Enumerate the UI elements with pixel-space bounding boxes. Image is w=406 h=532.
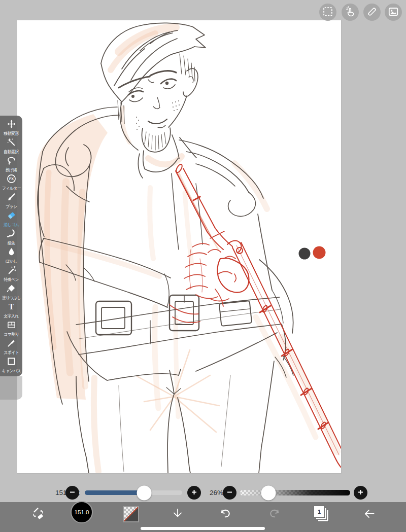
hand-tool[interactable] xyxy=(342,4,359,21)
tool-item-canvas[interactable]: キャンバス xyxy=(0,357,22,373)
home-indicator[interactable] xyxy=(141,527,265,530)
plus-icon xyxy=(357,489,364,497)
hand-tool-icon xyxy=(345,6,356,19)
tool-item-panel-divide[interactable]: コマ割り xyxy=(0,320,22,337)
select-rectangle-tool[interactable] xyxy=(319,4,336,21)
artwork-sketch xyxy=(17,20,341,473)
layer-count: 1 xyxy=(314,506,325,518)
tool-label: 文字入れ xyxy=(4,314,19,318)
eyedropper-icon xyxy=(7,338,16,350)
tool-label: フィルター xyxy=(2,186,21,191)
color-swatch[interactable] xyxy=(123,506,139,522)
pen-eraser-swap-icon xyxy=(31,507,45,522)
redo-icon xyxy=(267,507,281,522)
brush-size-slider-fill xyxy=(85,490,144,495)
brush-size-preview[interactable]: 151.0 xyxy=(71,501,93,523)
minus-icon xyxy=(69,489,76,497)
drawing-canvas[interactable] xyxy=(17,20,341,473)
sparkle-pen-icon xyxy=(7,265,16,277)
ruler-icon xyxy=(366,6,378,19)
svg-text:FX: FX xyxy=(9,177,13,181)
tool-label: 自動選択 xyxy=(4,150,18,154)
tool-label: 塗りつぶし xyxy=(2,296,21,300)
tool-label: 特殊ペン xyxy=(4,277,19,282)
tool-label: 消しゴム xyxy=(4,223,19,227)
canvas-icon xyxy=(7,357,16,368)
tool-item-move-transform[interactable]: 移動変形 xyxy=(0,119,22,136)
tool-item-brush[interactable]: ブラシ xyxy=(0,192,22,209)
tool-label: コマ割り xyxy=(4,332,19,337)
tool-palette: 移動変形 自動選択 投げ縄 FX フィルター ブラシ 消しゴム 指 xyxy=(0,116,22,376)
tool-label: ブラシ xyxy=(6,204,17,209)
back-icon xyxy=(363,507,376,522)
finger-icon xyxy=(7,229,16,240)
lasso-icon xyxy=(7,156,16,167)
fullscreen-button[interactable] xyxy=(171,508,185,521)
ruler-tool[interactable] xyxy=(363,4,381,21)
tool-item-special-pen[interactable]: 特殊ペン xyxy=(0,265,22,282)
brush-size-slider[interactable] xyxy=(85,490,182,495)
opacity-decrease-button[interactable] xyxy=(223,486,236,500)
brush-size-decrease-button[interactable] xyxy=(65,486,79,500)
opacity-slider-thumb[interactable] xyxy=(261,485,276,500)
tool-item-fill[interactable]: 塗りつぶし xyxy=(0,283,22,300)
paint-bucket-icon xyxy=(7,283,16,295)
tool-label: 投げ縄 xyxy=(6,168,17,172)
comic-panel-icon xyxy=(7,320,16,332)
move-arrows-icon xyxy=(7,119,16,131)
color-dot xyxy=(299,248,311,260)
fullscreen-down-icon xyxy=(171,507,184,522)
magic-wand-icon xyxy=(7,137,16,149)
tool-item-blur[interactable]: ぼかし xyxy=(0,247,22,264)
tool-label: スポイト xyxy=(4,350,19,355)
peach-sketch-lines xyxy=(47,27,337,472)
tool-item-eyedropper[interactable]: スポイト xyxy=(0,338,22,355)
plus-icon xyxy=(191,489,197,497)
eraser-icon xyxy=(7,210,16,222)
back-button[interactable] xyxy=(362,508,377,521)
brush-size-badge: 151.0 xyxy=(75,509,89,515)
tool-item-lasso[interactable]: 投げ縄 xyxy=(0,156,22,172)
pen-eraser-swap-button[interactable] xyxy=(30,507,46,522)
undo-icon xyxy=(219,507,233,522)
tool-item-filter[interactable]: FX フィルター xyxy=(0,174,22,191)
color-dot xyxy=(313,246,326,259)
fx-icon: FX xyxy=(7,174,16,186)
tool-label: 移動変形 xyxy=(4,131,18,136)
tool-label: ぼかし xyxy=(6,259,17,264)
tool-item-auto-select[interactable]: 自動選択 xyxy=(0,137,22,154)
palette-extension xyxy=(0,376,22,400)
text-icon: T xyxy=(7,302,16,313)
redo-button[interactable] xyxy=(267,507,281,521)
droplet-icon xyxy=(7,247,16,259)
tool-item-eraser[interactable]: 消しゴム xyxy=(0,210,22,227)
opacity-increase-button[interactable] xyxy=(354,486,367,500)
layers-icon: 1 xyxy=(314,506,331,523)
material-tool[interactable] xyxy=(385,4,402,21)
tool-label: キャンバス xyxy=(2,369,21,373)
image-material-icon xyxy=(388,6,399,19)
brush-size-slider-thumb[interactable] xyxy=(137,485,152,500)
undo-button[interactable] xyxy=(219,507,233,521)
opacity-value: 26% xyxy=(199,489,223,496)
minus-icon xyxy=(226,489,233,497)
opacity-slider[interactable] xyxy=(240,490,350,495)
svg-text:T: T xyxy=(9,302,14,311)
brush-icon xyxy=(7,192,16,204)
tool-item-text[interactable]: T 文字入れ xyxy=(0,302,22,318)
tool-item-smudge[interactable]: 指先 xyxy=(0,229,22,245)
select-rectangle-icon xyxy=(322,6,333,19)
tool-label: 指先 xyxy=(8,241,15,245)
layers-button[interactable]: 1 xyxy=(314,506,331,523)
